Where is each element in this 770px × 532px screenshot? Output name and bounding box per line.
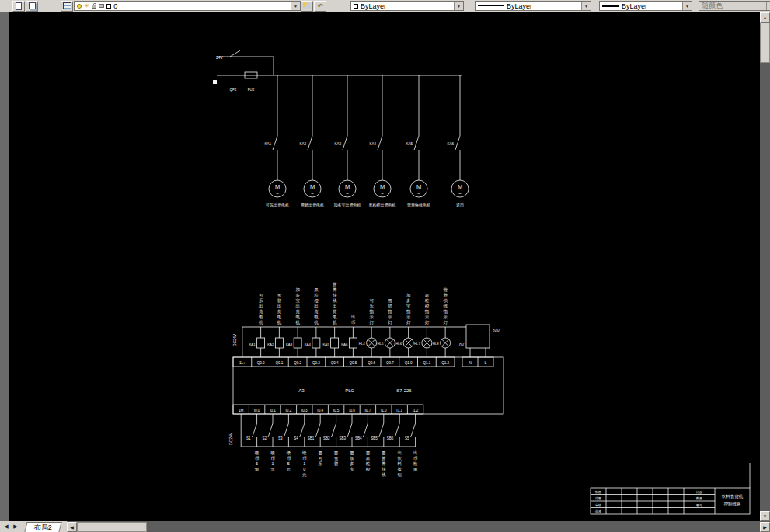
lineweight-control-dropdown[interactable]: ByLayer ▼ bbox=[599, 1, 692, 11]
relay-coil-label: KA4 bbox=[305, 342, 312, 346]
scroll-down-button[interactable]: ▼ bbox=[760, 511, 770, 521]
plc-model-label: S7-226 bbox=[396, 388, 412, 393]
input-terminal-label: I1.1 bbox=[396, 409, 402, 412]
input-name-vertical: 硬币1元 bbox=[270, 450, 275, 471]
wire-junction bbox=[213, 80, 217, 84]
dropdown-arrow-icon[interactable]: ▼ bbox=[682, 2, 692, 10]
window-left-edge bbox=[0, 12, 9, 521]
drawing-canvas[interactable]: 24VQF2FU2KA1M~可乐出货电机KA2M~雪碧出货电机KA3M~加多宝出… bbox=[9, 12, 760, 521]
switch-contact bbox=[347, 423, 352, 437]
motor-tilde: ~ bbox=[458, 191, 462, 196]
tool-button-2[interactable] bbox=[26, 1, 38, 12]
switch-label: SB2 bbox=[323, 436, 330, 440]
dc24v-label-bottom: DC24V bbox=[228, 432, 233, 445]
input-name-vertical: 要雪碧 bbox=[334, 450, 339, 466]
title-block-cell: 制图 bbox=[595, 490, 601, 495]
motor-letter: M bbox=[275, 183, 280, 190]
layers-icon bbox=[63, 2, 71, 9]
input-terminal-label: I1.2 bbox=[413, 409, 419, 412]
output-terminal-label: Q0.5 bbox=[349, 361, 357, 365]
title-block-cell: 批准 bbox=[595, 509, 601, 513]
switch-label: S5 bbox=[405, 436, 409, 440]
linetype-control-dropdown[interactable]: ByLayer ▼ bbox=[475, 1, 591, 11]
tool-button-1[interactable] bbox=[12, 1, 25, 12]
load-name-vertical: 加多宝出货电机 bbox=[295, 287, 300, 325]
switch-contact bbox=[363, 423, 368, 437]
input-terminal-label: I0.2 bbox=[286, 409, 292, 412]
contactor-label: KA1 bbox=[264, 142, 271, 146]
layer-control-dropdown[interactable]: ☀ 0 ▼ bbox=[74, 1, 301, 11]
plot-style-control-dropdown: 随颜色 ▼ bbox=[699, 1, 770, 11]
tab-scroll-right-icon[interactable]: ▶ bbox=[12, 523, 19, 530]
breaker-contact bbox=[230, 50, 240, 57]
switch-label: S1 bbox=[246, 436, 251, 440]
relay-coil-label: KA2 bbox=[267, 342, 274, 346]
relay-coil bbox=[275, 338, 283, 348]
switch-contact bbox=[411, 423, 416, 437]
sheet-icon bbox=[16, 2, 22, 10]
layout-tab[interactable]: 布局2 bbox=[24, 522, 61, 532]
tab-scroll-left-icon[interactable]: ◀ bbox=[2, 523, 10, 530]
switch-contact bbox=[379, 423, 384, 437]
title-block-cell: 图号 bbox=[696, 503, 702, 507]
relay-coil bbox=[331, 338, 339, 348]
terminal-l-label: L bbox=[485, 360, 487, 365]
dc24v-label-top: DC24V bbox=[232, 333, 237, 346]
layer-thaw-sun-icon: ☀ bbox=[84, 3, 89, 9]
input-terminal-label: I0.7 bbox=[365, 409, 371, 412]
load-name-vertical: 可乐出货电机 bbox=[259, 293, 263, 325]
breaker-label: QF2 bbox=[230, 88, 237, 92]
lamp-label: HL6 bbox=[395, 342, 402, 346]
make-object-layer-current-button[interactable] bbox=[301, 1, 313, 12]
output-terminal-label: Q1.2 bbox=[441, 361, 449, 365]
supply-24v-label: 24V bbox=[493, 329, 500, 333]
input-name-vertical: 纸币10元 bbox=[302, 450, 307, 477]
toolbar: ☀ 0 ▼ ↶ ByLayer ▼ ByLayer ▼ ByLayer ▼ 随颜… bbox=[0, 0, 770, 12]
relay-coil-label: KA3 bbox=[286, 342, 293, 346]
dropdown-arrow-icon[interactable]: ▼ bbox=[581, 2, 591, 10]
color-control-dropdown[interactable]: ByLayer ▼ bbox=[350, 1, 464, 11]
input-name-vertical: 要果粒橙 bbox=[366, 450, 371, 472]
sheets-icon bbox=[29, 2, 36, 9]
switch-contact bbox=[332, 423, 336, 437]
power-supply-box bbox=[466, 325, 490, 348]
load-name-vertical: 出币 bbox=[351, 315, 356, 325]
vertical-scrollbar[interactable]: ▲ ▼ bbox=[760, 12, 770, 521]
plc-ref-label: A3 bbox=[298, 388, 305, 393]
vertical-scroll-thumb[interactable] bbox=[760, 23, 770, 63]
input-terminal-label: I0.1 bbox=[270, 409, 276, 412]
layer-properties-manager-button[interactable] bbox=[61, 1, 73, 12]
output-terminal-label: Q0.0 bbox=[257, 361, 265, 365]
input-terminal-label: 1M bbox=[239, 409, 244, 412]
title-block-cell: 审核 bbox=[595, 503, 601, 507]
switch-label: SB4 bbox=[355, 436, 362, 440]
input-terminal-label: I0.3 bbox=[301, 409, 308, 412]
input-name-vertical: 纸币5元 bbox=[287, 450, 291, 471]
contactor-contact bbox=[455, 136, 460, 150]
layer-previous-button[interactable]: ↶ bbox=[314, 1, 326, 12]
input-terminal-label: I1.0 bbox=[381, 409, 387, 412]
load-name-vertical: 果粒橙出货电机 bbox=[314, 287, 319, 325]
scroll-up-button[interactable]: ▲ bbox=[760, 12, 770, 23]
layer-on-bulb-icon bbox=[77, 4, 82, 9]
output-terminal-label: Q1.0 bbox=[405, 361, 413, 365]
scroll-right-button[interactable]: ▶ bbox=[760, 522, 770, 532]
scroll-left-button[interactable]: ◀ bbox=[67, 522, 77, 532]
horizontal-scroll-thumb[interactable] bbox=[77, 522, 147, 532]
title-block-cell: 数量 bbox=[696, 496, 702, 500]
contactor-contact bbox=[378, 136, 382, 150]
switch-label: SB1 bbox=[308, 436, 315, 440]
dropdown-arrow-icon[interactable]: ▼ bbox=[291, 2, 300, 10]
motor-name: 退币 bbox=[456, 203, 464, 207]
input-terminal-label: I0.0 bbox=[254, 409, 260, 412]
horizontal-scrollbar[interactable]: ◀ ▶ bbox=[67, 521, 770, 532]
switch-contact bbox=[315, 423, 320, 437]
dropdown-arrow-icon[interactable]: ▼ bbox=[454, 2, 463, 10]
motor-tilde: ~ bbox=[276, 191, 279, 196]
layer-pencil-icon bbox=[303, 2, 311, 9]
motor-tilde: ~ bbox=[381, 191, 384, 196]
terminal-n-label: N bbox=[469, 360, 472, 365]
contactor-label: KA4 bbox=[369, 142, 376, 146]
drawing-title: 控制线路 bbox=[724, 502, 742, 506]
relay-coil bbox=[349, 338, 357, 348]
